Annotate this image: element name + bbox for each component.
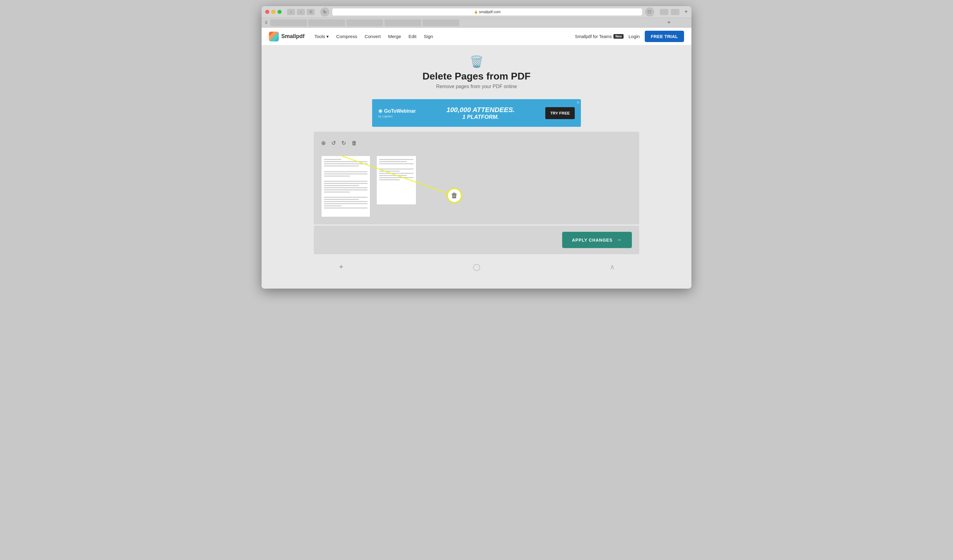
rotate-left-button[interactable]: ↺	[330, 139, 337, 147]
line	[379, 161, 407, 162]
ad-close-button[interactable]: ✕	[577, 101, 580, 105]
tab-items	[268, 19, 665, 26]
ad-banner[interactable]: ❊ GoToWebinar by LogMeIn 100,000 ATTENDE…	[372, 99, 581, 127]
ad-headline1: 100,000 ATTENDEES.	[446, 106, 515, 114]
hero-section: 🗑️ Delete Pages from PDF Remove pages fr…	[262, 45, 691, 94]
editor-wrapper: ⊕ ↺ ↻ 🗑	[314, 132, 639, 254]
line	[379, 177, 414, 178]
line	[324, 183, 368, 184]
page-title: Delete Pages from PDF	[268, 71, 685, 82]
line	[324, 161, 368, 162]
bottom-icon-1: ✦	[338, 263, 344, 271]
back-button[interactable]: ‹	[287, 9, 295, 15]
page-thumb-2[interactable]	[376, 156, 416, 205]
forward-button[interactable]: ›	[297, 9, 305, 15]
spacer	[324, 178, 368, 180]
free-trial-button[interactable]: FREE TRIAL	[645, 31, 684, 42]
line	[324, 201, 368, 202]
apply-changes-button[interactable]: APPLY CHANGES →	[562, 232, 632, 248]
line	[324, 171, 368, 172]
add-tab-button[interactable]: +	[665, 19, 673, 26]
logo-icon	[269, 32, 279, 42]
page-subtitle: Remove pages from your PDF online	[268, 84, 685, 89]
rotate-right-button[interactable]: ↻	[340, 139, 347, 147]
minimize-button[interactable]	[272, 10, 275, 14]
line	[379, 159, 414, 160]
line	[379, 169, 414, 169]
login-link[interactable]: Login	[629, 34, 640, 39]
editor-area: ⊕ ↺ ↻ 🗑	[314, 132, 639, 225]
tab-item[interactable]	[422, 19, 459, 26]
pages-annotation-area: 🗑	[319, 153, 634, 220]
ad-logo-text: GoToWebinar	[384, 109, 416, 114]
titlebar-nav: ‹ › ⊡	[287, 9, 315, 15]
line	[324, 189, 368, 190]
new-tab-button[interactable]: +	[684, 9, 688, 15]
logo-area[interactable]: Smallpdf	[269, 32, 304, 42]
sidebar-button[interactable]: ⊡	[307, 9, 315, 15]
ad-cta-button[interactable]: TRY FREE	[545, 107, 575, 119]
line	[324, 175, 350, 177]
maximize-button[interactable]	[278, 10, 281, 14]
page-thumb-1[interactable]	[321, 156, 370, 217]
tab-bar: ⠿ +	[262, 18, 691, 28]
teams-link[interactable]: Smallpdf for Teams New	[575, 34, 624, 39]
bottom-icon-2: ◯	[473, 263, 481, 271]
line	[324, 174, 368, 174]
line	[324, 159, 341, 160]
lock-icon: 🔒	[474, 10, 478, 14]
titlebar-actions	[660, 9, 680, 15]
tab-item[interactable]	[270, 19, 307, 26]
zoom-button[interactable]: ⊕	[320, 139, 327, 147]
teams-label: Smallpdf for Teams	[575, 34, 612, 39]
apply-footer: APPLY CHANGES →	[314, 226, 639, 254]
line	[379, 173, 414, 174]
nav-merge[interactable]: Merge	[388, 34, 401, 39]
line	[324, 205, 341, 206]
nav-tools[interactable]: Tools ▾	[314, 34, 329, 39]
nav-convert[interactable]: Convert	[365, 34, 381, 39]
page-1-content	[321, 156, 370, 211]
line	[379, 171, 400, 172]
ad-logo: ❊ GoToWebinar	[378, 109, 416, 114]
window-controls[interactable]	[671, 9, 680, 15]
line	[324, 203, 368, 204]
url-text: smallpdf.com	[479, 10, 501, 14]
line	[324, 166, 359, 166]
line	[324, 208, 368, 208]
browser-window: ‹ › ⊡ ↻ 🔒 smallpdf.com 🛡 + ⠿ +	[262, 6, 691, 289]
new-badge: New	[613, 34, 624, 39]
arrow-right-icon: →	[616, 237, 622, 243]
traffic-lights	[265, 10, 281, 14]
tab-item[interactable]	[346, 19, 383, 26]
delete-annotation-circle: 🗑	[447, 188, 462, 203]
line	[379, 163, 414, 164]
line	[324, 197, 368, 198]
apps-icon[interactable]: ⠿	[265, 20, 268, 25]
line	[324, 185, 359, 186]
line	[379, 179, 400, 180]
close-button[interactable]	[265, 10, 269, 14]
line	[324, 199, 359, 200]
nav-edit[interactable]: Edit	[408, 34, 416, 39]
nav-sign[interactable]: Sign	[424, 34, 433, 39]
ad-copy: 100,000 ATTENDEES. 1 PLATFORM.	[446, 106, 515, 120]
chevron-down-icon: ▾	[326, 34, 329, 39]
line	[324, 181, 368, 182]
refresh-button[interactable]: ↻	[320, 7, 329, 17]
tab-item[interactable]	[384, 19, 421, 26]
line	[379, 175, 407, 176]
pages-container	[319, 153, 634, 220]
tab-item[interactable]	[308, 19, 345, 26]
ad-container: ❊ GoToWebinar by LogMeIn 100,000 ATTENDE…	[372, 99, 581, 127]
url-bar[interactable]: 🔒 smallpdf.com	[332, 8, 643, 16]
page-2-content	[377, 156, 416, 183]
ad-logo-area: ❊ GoToWebinar by LogMeIn	[378, 109, 416, 118]
ad-byline: by LogMeIn	[378, 115, 416, 118]
nav-compress[interactable]: Compress	[336, 34, 357, 39]
line	[324, 192, 350, 192]
delete-page-button[interactable]: 🗑	[350, 140, 358, 147]
ad-logo-icon: ❊	[378, 109, 382, 114]
spacer	[324, 194, 368, 195]
share-button[interactable]	[660, 9, 668, 15]
